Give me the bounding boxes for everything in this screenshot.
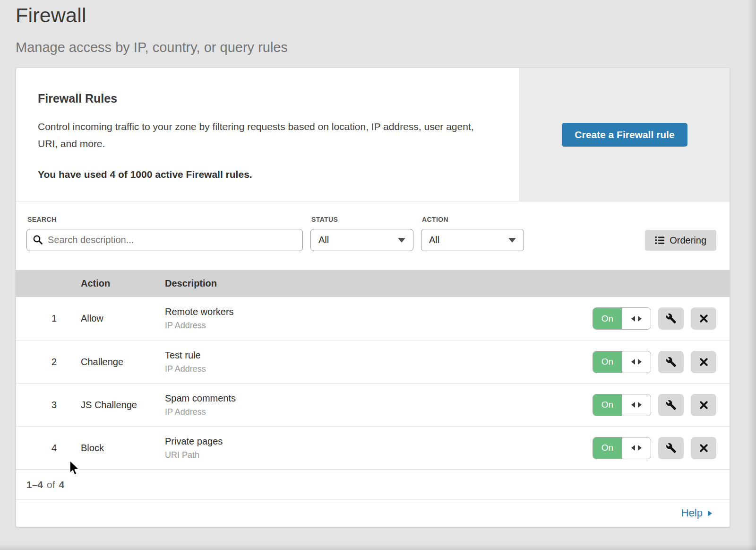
help-row: Help <box>16 499 730 526</box>
left-right-arrows-icon <box>630 315 643 323</box>
action-column-header: Action <box>81 278 165 289</box>
search-input[interactable] <box>26 229 303 251</box>
rule-description: Private pages <box>165 436 593 447</box>
rule-description: Test rule <box>165 350 593 361</box>
status-select-value: All <box>318 235 398 245</box>
search-wrap <box>26 229 303 251</box>
pagination-total: 4 <box>59 479 65 490</box>
close-icon <box>699 400 709 410</box>
wrench-icon <box>666 357 677 367</box>
action-select-value: All <box>429 235 508 245</box>
delete-rule-button[interactable] <box>691 351 716 373</box>
rule-enabled-toggle[interactable]: On <box>593 307 651 330</box>
search-icon <box>33 235 43 245</box>
search-filter-group: SEARCH <box>26 216 303 251</box>
toggle-on-label: On <box>593 394 622 416</box>
rule-action: Allow <box>81 313 165 324</box>
action-filter-group: ACTION All <box>421 216 524 251</box>
toggle-on-label: On <box>593 351 622 373</box>
rule-match-type: IP Address <box>165 407 593 417</box>
help-link[interactable]: Help <box>681 507 713 519</box>
delete-rule-button[interactable] <box>691 394 716 416</box>
edit-rule-button[interactable] <box>658 437 684 459</box>
rule-enabled-toggle[interactable]: On <box>593 394 651 416</box>
delete-rule-button[interactable] <box>691 437 716 459</box>
rule-controls: On <box>593 394 730 416</box>
create-firewall-rule-button[interactable]: Create a Firewall rule <box>562 123 687 147</box>
status-label: STATUS <box>311 216 413 223</box>
toggle-handle <box>622 308 651 329</box>
rule-action: JS Challenge <box>81 400 165 410</box>
rule-description: Spam comments <box>165 393 593 404</box>
action-select[interactable]: All <box>421 229 524 251</box>
rules-table-header: Action Description <box>16 270 730 297</box>
pagination-of-label: of <box>47 479 55 490</box>
pagination: 1–4 of 4 <box>16 469 730 499</box>
rule-action: Block <box>81 443 165 454</box>
card-heading: Firewall Rules <box>38 92 493 105</box>
rule-description-cell: Remote workers IP Address <box>165 306 593 331</box>
rule-match-type: IP Address <box>165 364 593 374</box>
toggle-handle <box>622 437 651 459</box>
firewall-rules-card: Firewall Rules Control incoming traffic … <box>16 68 730 527</box>
card-top-section: Firewall Rules Control incoming traffic … <box>16 68 730 201</box>
rule-controls: On <box>593 437 730 459</box>
close-icon <box>699 357 709 367</box>
close-icon <box>699 443 709 453</box>
page-title: Firewall <box>16 4 756 27</box>
create-rule-panel: Create a Firewall rule <box>519 68 730 201</box>
card-description: Control incoming traffic to your zone by… <box>38 118 491 152</box>
rules-table-body: 1 Allow Remote workers IP Address On <box>16 297 730 469</box>
ordered-list-icon <box>655 236 664 245</box>
rule-match-type: IP Address <box>165 321 593 331</box>
toggle-handle <box>622 394 651 416</box>
edit-rule-button[interactable] <box>658 351 684 373</box>
rule-action: Challenge <box>81 357 165 367</box>
rule-description-cell: Spam comments IP Address <box>165 393 593 417</box>
status-filter-group: STATUS All <box>310 216 413 251</box>
rule-description-cell: Test rule IP Address <box>165 350 593 374</box>
filter-bar: SEARCH STATUS All ACTION All <box>16 201 730 270</box>
left-right-arrows-icon <box>630 444 643 452</box>
rule-enabled-toggle[interactable]: On <box>593 351 651 373</box>
toggle-on-label: On <box>593 308 622 329</box>
help-arrow-icon <box>707 510 713 517</box>
action-label: ACTION <box>422 216 524 223</box>
ordering-button-label: Ordering <box>670 235 706 246</box>
delete-rule-button[interactable] <box>691 307 716 330</box>
table-row: 1 Allow Remote workers IP Address On <box>16 297 730 340</box>
status-select[interactable]: All <box>310 229 413 251</box>
wrench-icon <box>666 400 677 410</box>
description-column-header: Description <box>165 278 593 289</box>
ordering-button[interactable]: Ordering <box>645 230 716 251</box>
rules-table: Action Description 1 Allow Remote worker… <box>16 270 730 526</box>
chevron-down-icon <box>508 238 516 243</box>
left-right-arrows-icon <box>630 358 643 366</box>
wrench-icon <box>666 313 677 324</box>
rule-description: Remote workers <box>165 306 593 317</box>
help-link-label: Help <box>681 507 703 519</box>
chevron-down-icon <box>398 238 405 243</box>
rule-description-cell: Private pages URI Path <box>165 436 593 460</box>
edit-rule-button[interactable] <box>658 307 684 330</box>
table-row: 2 Challenge Test rule IP Address On <box>16 340 730 383</box>
toggle-handle <box>622 351 651 373</box>
toggle-on-label: On <box>593 437 622 459</box>
card-intro: Firewall Rules Control incoming traffic … <box>16 68 515 201</box>
rule-priority: 3 <box>16 400 81 410</box>
rule-controls: On <box>593 307 730 330</box>
pagination-range: 1–4 <box>26 479 43 490</box>
close-icon <box>699 314 709 323</box>
search-label: SEARCH <box>27 216 303 223</box>
table-row: 4 Block Private pages URI Path On <box>16 426 730 469</box>
rules-usage-text: You have used 4 of 1000 active Firewall … <box>38 169 493 180</box>
rule-priority: 2 <box>16 357 81 367</box>
rule-priority: 4 <box>16 443 81 454</box>
rule-controls: On <box>593 351 730 373</box>
left-right-arrows-icon <box>630 401 643 409</box>
rule-enabled-toggle[interactable]: On <box>593 437 651 459</box>
table-row: 3 JS Challenge Spam comments IP Address … <box>16 383 730 426</box>
page-subtitle: Manage access by IP, country, or query r… <box>16 40 756 55</box>
page-header: Firewall Manage access by IP, country, o… <box>0 0 756 55</box>
edit-rule-button[interactable] <box>658 394 684 416</box>
